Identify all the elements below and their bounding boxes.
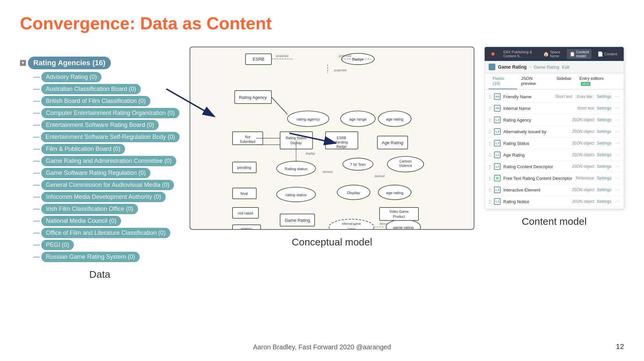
- field-menu-dots[interactable]: ···: [615, 129, 620, 135]
- field-settings-link[interactable]: Settings: [597, 153, 611, 157]
- field-menu-dots[interactable]: ···: [615, 175, 620, 181]
- field-settings-link[interactable]: Settings: [597, 94, 611, 99]
- item-badge[interactable]: Australian Classification Board (0): [41, 84, 141, 94]
- tree-item[interactable]: National Media Council (0): [33, 216, 180, 226]
- item-badge[interactable]: Irish Film Classification Office (0): [41, 204, 138, 214]
- field-settings-link[interactable]: Settings: [597, 164, 611, 169]
- field-drag-handle[interactable]: [489, 118, 491, 122]
- field-drag-handle[interactable]: [489, 188, 491, 192]
- field-settings-link[interactable]: Settings: [597, 129, 611, 134]
- item-badge[interactable]: Advisory Rating (0): [41, 72, 101, 82]
- field-name: Rating Status: [503, 141, 569, 146]
- svg-text:Badge: Badge: [337, 145, 347, 149]
- content-model-label: Content model: [484, 216, 624, 227]
- tab-fields[interactable]: Fields (10): [489, 73, 517, 89]
- nav-content-model[interactable]: 📋 Content model: [567, 49, 592, 59]
- field-drag-handle[interactable]: [489, 106, 491, 110]
- tree-item[interactable]: British Board of Film Classification (0): [33, 96, 180, 106]
- field-menu-dots[interactable]: ···: [615, 140, 620, 146]
- field-name: Interactive Element: [503, 187, 569, 192]
- cms-breadcrumb-page[interactable]: Game Rating: [534, 65, 560, 70]
- field-menu-dots[interactable]: ···: [615, 152, 620, 158]
- tab-entry-editors[interactable]: Entry editors NEW: [575, 73, 620, 89]
- tab-sidebar[interactable]: Sidebar: [553, 73, 575, 89]
- item-badge[interactable]: British Board of Film Classification (0): [41, 96, 150, 106]
- tree-item[interactable]: Film & Publication Board (0): [33, 144, 180, 154]
- field-type-icon: Ab: [494, 93, 501, 100]
- tree-item[interactable]: General Commission for Audiovisual Media…: [33, 180, 180, 190]
- cms-breadcrumb-edit[interactable]: Edit: [562, 65, 569, 70]
- item-badge[interactable]: Entertainment Software Self-Regulation B…: [41, 132, 180, 142]
- svg-text:T for Teen: T for Teen: [350, 163, 366, 167]
- field-type-icon: LJ: [494, 186, 501, 193]
- tree-item[interactable]: Game Software Rating Regulation (0): [33, 168, 180, 178]
- tree-connector: [33, 101, 40, 102]
- field-drag-handle[interactable]: [489, 199, 491, 203]
- field-drag-handle[interactable]: [489, 95, 491, 99]
- field-settings-link[interactable]: Settings: [597, 176, 611, 180]
- svg-text:game rating: game rating: [393, 225, 414, 229]
- field-type: JSON object: [572, 129, 594, 134]
- root-badge[interactable]: Rating Agencies (16): [28, 57, 111, 69]
- svg-text:ESRB: ESRB: [337, 136, 346, 140]
- tree-connector: [33, 197, 40, 197]
- tree-item[interactable]: PEGI (0): [33, 240, 180, 250]
- tree-item[interactable]: Advisory Rating (0): [33, 72, 180, 82]
- field-settings-link[interactable]: Settings: [597, 187, 611, 192]
- field-type: JSON object: [572, 164, 594, 169]
- item-badge[interactable]: Russian Game Rating System (0): [41, 252, 140, 262]
- field-name: Alternatively issued by: [503, 129, 569, 134]
- cms-window: EAX Publishing & Content S... 🏠 Space ho…: [484, 47, 624, 209]
- nav-space-home[interactable]: 🏠 Space home: [541, 49, 563, 59]
- tab-json-preview[interactable]: JSON preview: [517, 73, 553, 89]
- item-badge[interactable]: Office of Film and Literature Classifica…: [41, 228, 170, 238]
- field-settings-link[interactable]: Settings: [597, 118, 611, 122]
- item-badge[interactable]: Infocomm Media Development Authority (0): [41, 192, 166, 202]
- item-badge[interactable]: Computer Entertainment Rating Organizati…: [41, 108, 179, 118]
- tree-item[interactable]: Irish Film Classification Office (0): [33, 204, 180, 214]
- field-drag-handle[interactable]: [489, 130, 491, 134]
- field-menu-dots[interactable]: ···: [615, 198, 620, 204]
- svg-text:not rated: not rated: [238, 211, 253, 215]
- item-badge[interactable]: Game Rating and Administration Committee…: [41, 156, 176, 166]
- tree-item[interactable]: Computer Entertainment Rating Organizati…: [33, 108, 180, 118]
- field-drag-handle[interactable]: [489, 141, 491, 145]
- cms-field-row: LJ Rating Notice JSON object Settings ··…: [485, 196, 624, 207]
- field-drag-handle[interactable]: [489, 153, 491, 157]
- tree-toggle[interactable]: ▼: [20, 60, 26, 66]
- cms-title-tab[interactable]: EAX Publishing & Content S...: [501, 49, 537, 59]
- svg-text:ESRB: ESRB: [252, 57, 264, 62]
- field-settings-link[interactable]: Settings: [597, 106, 611, 111]
- field-menu-dots[interactable]: ···: [615, 117, 620, 123]
- field-name: Rating Content Descriptor: [503, 164, 569, 169]
- tree-item[interactable]: Entertainment Software Self-Regulation B…: [33, 132, 180, 142]
- tree-connector: [33, 113, 40, 114]
- item-badge[interactable]: Entertainment Software Rating Board (0): [41, 120, 159, 130]
- tree-item[interactable]: Infocomm Media Development Authority (0): [33, 192, 180, 202]
- nav-content[interactable]: 📄 Content: [595, 50, 620, 58]
- field-settings-link[interactable]: Settings: [597, 199, 611, 204]
- tree-item[interactable]: Game Rating and Administration Committee…: [33, 156, 180, 166]
- item-badge[interactable]: National Media Council (0): [41, 216, 121, 226]
- svg-text:pending: pending: [237, 165, 251, 170]
- field-menu-dots[interactable]: ···: [615, 187, 620, 193]
- field-menu-dots[interactable]: ···: [615, 94, 620, 100]
- diagram-container: ESRB Badge projected projected projected: [190, 47, 474, 230]
- content-model-panel: EAX Publishing & Content S... 🏠 Space ho…: [484, 47, 624, 227]
- field-drag-handle[interactable]: [489, 176, 491, 180]
- tree-item[interactable]: Russian Game Rating System (0): [33, 252, 180, 262]
- tree-item[interactable]: Office of Film and Literature Classifica…: [33, 228, 180, 238]
- item-badge[interactable]: General Commission for Audiovisual Media…: [41, 180, 174, 190]
- field-menu-dots[interactable]: ···: [615, 105, 620, 111]
- item-badge[interactable]: Game Software Rating Regulation (0): [41, 168, 150, 178]
- field-settings-link[interactable]: Settings: [597, 141, 611, 146]
- field-name: Free Text Rating Content Descriptor: [503, 176, 573, 181]
- tree-item[interactable]: Entertainment Software Rating Board (0): [33, 120, 180, 130]
- tree-item[interactable]: Australian Classification Board (0): [33, 84, 180, 94]
- tree-connector: [33, 149, 40, 150]
- field-menu-dots[interactable]: ···: [615, 164, 620, 170]
- field-drag-handle[interactable]: [489, 165, 491, 169]
- item-badge[interactable]: Film & Publication Board (0): [41, 144, 125, 154]
- svg-text:Submitted: Submitted: [240, 140, 255, 144]
- item-badge[interactable]: PEGI (0): [41, 240, 74, 250]
